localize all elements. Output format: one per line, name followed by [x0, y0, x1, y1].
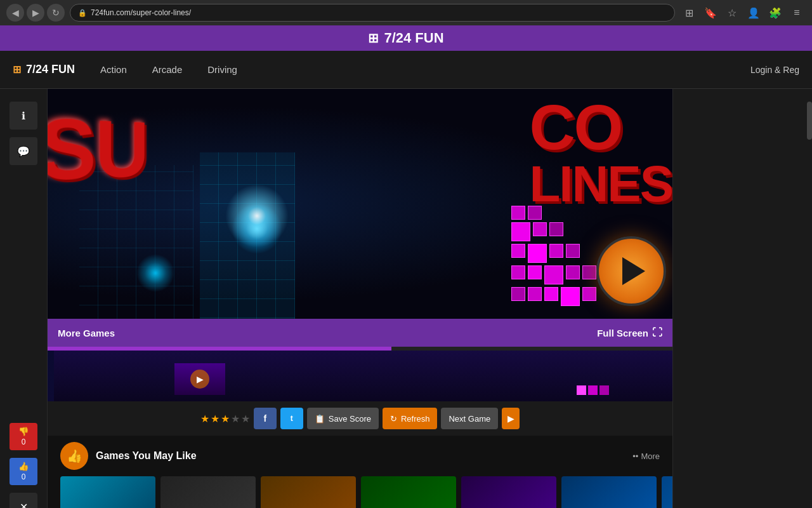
facebook-share-button[interactable]: f — [254, 408, 277, 429]
address-bar[interactable]: 🔒 724fun.com/super-color-lines/ — [70, 4, 675, 22]
banner-logo: ⊞ 7/24 FUN — [368, 30, 443, 46]
preview-strip: ▶ — [48, 351, 672, 401]
browser-nav-buttons: ◀ ▶ ↻ — [6, 4, 65, 22]
top-banner: ⊞ 7/24 FUN — [0, 25, 812, 51]
profile-icon[interactable]: 👤 — [745, 4, 763, 22]
star-1: ★ — [200, 413, 209, 425]
next-arrow-icon: ▶ — [508, 413, 514, 424]
game-background: SU CO LINES — [48, 89, 672, 319]
browser-chrome: ◀ ▶ ↻ 🔒 724fun.com/super-color-lines/ ⊞ … — [0, 0, 812, 25]
save-score-button[interactable]: 📋 Save Score — [307, 408, 379, 429]
more-label: More — [641, 451, 660, 461]
nav-arcade[interactable]: Arcade — [152, 64, 183, 75]
like-icon: 👍 — [18, 462, 29, 471]
games-section-title: Games You May Like — [96, 450, 197, 462]
twitter-icon: t — [291, 414, 293, 423]
dislike-icon: 👎 — [18, 427, 29, 436]
preview-image: ▶ — [48, 351, 672, 401]
star-3: ★ — [221, 413, 230, 425]
more-games-button[interactable]: More Games — [58, 328, 115, 338]
star-5: ★ — [241, 413, 250, 425]
right-panel — [672, 89, 812, 508]
thumbs-up-icon: 👍 — [67, 448, 82, 464]
glow-effect-left — [136, 254, 174, 292]
like-count: 0 — [22, 472, 26, 481]
clipboard-icon: 📋 — [315, 414, 325, 424]
nav-menu: Action Arcade Driving — [100, 64, 237, 75]
pink-blocks-decoration — [511, 206, 596, 306]
banner-logo-icon: ⊞ — [368, 30, 379, 46]
star-4: ★ — [231, 413, 240, 425]
site-header: ⊞ 7/24 FUN Action Arcade Driving Login &… — [0, 51, 812, 89]
twitter-share-button[interactable]: t — [280, 408, 303, 429]
site-name: 7/24 FUN — [26, 63, 75, 76]
lock-icon: 🔒 — [78, 9, 87, 17]
nav-driving[interactable]: Driving — [207, 64, 237, 75]
more-games-link[interactable]: •• More — [632, 451, 660, 461]
like-button[interactable]: 👍 0 — [10, 458, 37, 485]
url-text: 724fun.com/super-color-lines/ — [91, 8, 191, 17]
rating-stars[interactable]: ★ ★ ★ ★ ★ — [200, 413, 250, 425]
refresh-button[interactable]: ↻ — [47, 4, 65, 22]
glow-effect-bright — [225, 184, 289, 248]
back-button[interactable]: ◀ — [6, 4, 24, 22]
next-game-label: Next Game — [449, 414, 490, 424]
game-thumb-3[interactable] — [261, 476, 356, 508]
main-layout: ℹ 💬 👎 0 👍 0 ✕ — [0, 89, 812, 508]
play-triangle-icon — [622, 257, 645, 285]
fullscreen-icon: ⛶ — [652, 327, 662, 338]
share-icon: ✕ — [20, 501, 28, 509]
scrollbar-track[interactable] — [807, 89, 812, 508]
login-register[interactable]: Login & Reg — [750, 65, 799, 75]
game-thumb-7[interactable] — [662, 476, 672, 508]
fullscreen-button[interactable]: Full Screen ⛶ — [597, 327, 662, 338]
next-game-button[interactable]: Next Game — [441, 408, 498, 429]
games-you-may-like-section: 👍 Games You May Like •• More — [48, 436, 672, 476]
info-icon: ℹ — [22, 110, 25, 122]
facebook-icon: f — [263, 413, 266, 424]
translate-icon[interactable]: ⊞ — [680, 4, 698, 22]
scrollbar-thumb[interactable] — [807, 102, 812, 140]
game-bottom-bar: More Games Full Screen ⛶ — [48, 319, 672, 347]
forward-button[interactable]: ▶ — [27, 4, 44, 22]
more-dots-icon: •• — [632, 451, 638, 461]
banner-title: 7/24 FUN — [384, 30, 443, 46]
game-thumb-2[interactable] — [160, 476, 256, 508]
extensions-icon[interactable]: 🧩 — [766, 4, 784, 22]
save-score-label: Save Score — [329, 414, 371, 424]
site-logo-icon: ⊞ — [13, 64, 21, 76]
game-canvas: SU CO LINES — [48, 89, 672, 319]
refresh-icon: ↻ — [390, 414, 397, 424]
star-2: ★ — [211, 413, 219, 425]
dislike-button[interactable]: 👎 0 — [10, 423, 37, 450]
browser-actions: ⊞ 🔖 ☆ 👤 🧩 ≡ — [680, 4, 806, 22]
next-arrow-button[interactable]: ▶ — [502, 408, 520, 429]
play-button[interactable] — [596, 236, 666, 306]
game-thumbnails — [48, 476, 672, 508]
site-logo[interactable]: ⊞ 7/24 FUN — [13, 63, 75, 76]
comment-icon: 💬 — [17, 145, 30, 157]
dislike-count: 0 — [22, 438, 26, 446]
game-thumb-4[interactable] — [361, 476, 456, 508]
menu-icon[interactable]: ≡ — [788, 4, 806, 22]
game-thumb-1[interactable] — [60, 476, 155, 508]
site-wrapper: ⊞ 7/24 FUN ⊞ 7/24 FUN Action Arcade Driv… — [0, 25, 812, 508]
games-section-icon: 👍 — [60, 442, 88, 470]
left-sidebar: ℹ 💬 👎 0 👍 0 ✕ — [0, 89, 48, 508]
share-button[interactable]: ✕ — [10, 493, 37, 508]
game-thumb-5[interactable] — [461, 476, 556, 508]
star-icon[interactable]: ☆ — [723, 4, 741, 22]
game-thumb-6[interactable] — [561, 476, 657, 508]
info-button[interactable]: ℹ — [10, 102, 37, 130]
refresh-button[interactable]: ↻ Refresh — [383, 408, 438, 429]
bottom-toolbar: ★ ★ ★ ★ ★ f t 📋 Save Score ↻ — [48, 401, 672, 436]
bookmark-icon[interactable]: 🔖 — [702, 4, 719, 22]
nav-action[interactable]: Action — [100, 64, 127, 75]
game-title-right: CO LINES — [529, 95, 672, 210]
game-title-partial-left: SU — [48, 98, 148, 201]
refresh-label: Refresh — [401, 414, 430, 424]
fullscreen-label: Full Screen — [597, 328, 648, 338]
comment-button[interactable]: 💬 — [10, 137, 37, 165]
